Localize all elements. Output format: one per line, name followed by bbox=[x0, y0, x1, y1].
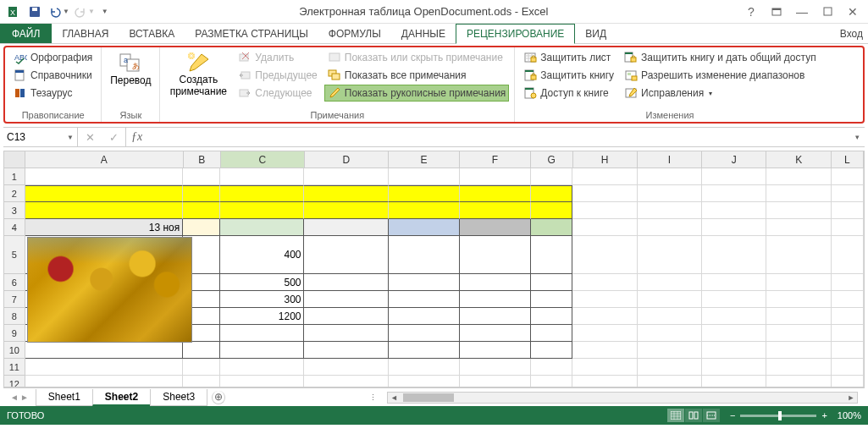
cell-H7[interactable] bbox=[572, 291, 637, 308]
cell-K1[interactable] bbox=[766, 168, 831, 185]
cell-D12[interactable] bbox=[304, 376, 388, 387]
spelling-button[interactable]: ABCОрфография bbox=[10, 49, 96, 66]
column-header-F[interactable]: F bbox=[460, 151, 531, 168]
cell-H12[interactable] bbox=[572, 376, 637, 387]
thesaurus-button[interactable]: Тезаурус bbox=[10, 85, 96, 102]
cell-C9[interactable] bbox=[220, 325, 304, 342]
cell-I9[interactable] bbox=[638, 325, 702, 342]
cell-I3[interactable] bbox=[638, 202, 702, 219]
cancel-edit-button[interactable]: ✕ bbox=[78, 131, 102, 144]
cell-E11[interactable] bbox=[389, 359, 460, 376]
redo-dropdown[interactable]: ▼ bbox=[88, 8, 95, 15]
cell-J8[interactable] bbox=[702, 308, 766, 325]
column-header-K[interactable]: K bbox=[766, 151, 831, 168]
cell-K2[interactable] bbox=[766, 185, 831, 202]
excel-icon[interactable]: X bbox=[5, 3, 24, 21]
cell-E3[interactable] bbox=[389, 202, 460, 219]
cell-J9[interactable] bbox=[702, 325, 766, 342]
cell-G10[interactable] bbox=[531, 342, 573, 359]
minimize-button[interactable]: — bbox=[790, 3, 814, 21]
tab-review[interactable]: РЕЦЕНЗИРОВАНИЕ bbox=[456, 24, 575, 44]
cell-F5[interactable] bbox=[460, 236, 531, 274]
show-all-comments-button[interactable]: Показать все примечания bbox=[324, 67, 510, 84]
cell-J6[interactable] bbox=[702, 274, 766, 291]
row-header-5[interactable]: 5 bbox=[4, 236, 25, 274]
cell-L10[interactable] bbox=[832, 342, 864, 359]
row-header-2[interactable]: 2 bbox=[4, 185, 25, 202]
cell-C12[interactable] bbox=[220, 376, 304, 387]
sheet-tab-sheet3[interactable]: Sheet3 bbox=[150, 389, 207, 406]
formula-input[interactable] bbox=[147, 128, 849, 146]
row-header-3[interactable]: 3 bbox=[4, 202, 25, 219]
ribbon-display-options[interactable] bbox=[765, 3, 788, 21]
cell-H8[interactable] bbox=[572, 308, 637, 325]
cell-K9[interactable] bbox=[766, 325, 831, 342]
cell-J2[interactable] bbox=[702, 185, 766, 202]
cell-H3[interactable] bbox=[572, 202, 637, 219]
cell-K5[interactable] bbox=[766, 236, 831, 274]
cell-J11[interactable] bbox=[702, 359, 766, 376]
sheet-nav-prev[interactable]: ◄ bbox=[10, 393, 19, 402]
row-header-1[interactable]: 1 bbox=[4, 168, 25, 185]
cell-A12[interactable] bbox=[25, 376, 184, 387]
zoom-level[interactable]: 100% bbox=[838, 410, 861, 420]
cell-J1[interactable] bbox=[702, 168, 766, 185]
cell-D7[interactable] bbox=[304, 291, 388, 308]
tab-view[interactable]: ВИД bbox=[575, 24, 616, 43]
cell-E9[interactable] bbox=[389, 325, 460, 342]
cell-L11[interactable] bbox=[832, 359, 864, 376]
cell-H4[interactable] bbox=[572, 219, 637, 236]
share-workbook-button[interactable]: Доступ к книге bbox=[520, 85, 617, 102]
allow-edit-ranges-button[interactable]: Разрешить изменение диапазонов bbox=[621, 67, 820, 84]
cell-G6[interactable] bbox=[531, 274, 573, 291]
cell-L7[interactable] bbox=[832, 291, 864, 308]
row-header-10[interactable]: 10 bbox=[4, 342, 25, 359]
cell-J10[interactable] bbox=[702, 342, 766, 359]
cell-I11[interactable] bbox=[638, 359, 702, 376]
tab-insert[interactable]: ВСТАВКА bbox=[119, 24, 185, 43]
cell-A1[interactable] bbox=[25, 168, 184, 185]
cell-K6[interactable] bbox=[766, 274, 831, 291]
horizontal-scrollbar[interactable]: ◄ ► bbox=[387, 392, 858, 404]
cell-L12[interactable] bbox=[832, 376, 864, 387]
cell-C1[interactable] bbox=[220, 168, 304, 185]
row-header-8[interactable]: 8 bbox=[4, 308, 25, 325]
hscroll-right[interactable]: ► bbox=[845, 393, 857, 402]
cell-L9[interactable] bbox=[832, 325, 864, 342]
cell-L4[interactable] bbox=[832, 219, 864, 236]
column-header-G[interactable]: G bbox=[531, 151, 573, 168]
formula-bar-expand[interactable]: ▾ bbox=[849, 128, 865, 146]
cell-K4[interactable] bbox=[766, 219, 831, 236]
column-header-I[interactable]: I bbox=[638, 151, 702, 168]
cell-E10[interactable] bbox=[389, 342, 460, 359]
tab-file[interactable]: ФАЙЛ bbox=[0, 24, 52, 43]
cell-F4[interactable] bbox=[460, 219, 531, 236]
track-changes-button[interactable]: Исправления▾ bbox=[621, 85, 820, 102]
cell-E2[interactable] bbox=[389, 185, 460, 202]
references-button[interactable]: Справочники bbox=[10, 67, 96, 84]
cell-C3[interactable] bbox=[220, 202, 304, 219]
cell-G11[interactable] bbox=[531, 359, 573, 376]
row-header-12[interactable]: 12 bbox=[4, 376, 25, 387]
cell-D6[interactable] bbox=[304, 274, 388, 291]
cell-C11[interactable] bbox=[220, 359, 304, 376]
cell-J5[interactable] bbox=[702, 236, 766, 274]
fx-button[interactable]: ƒx bbox=[126, 128, 147, 146]
cell-F10[interactable] bbox=[460, 342, 531, 359]
column-header-C[interactable]: C bbox=[221, 151, 305, 168]
cell-G1[interactable] bbox=[531, 168, 573, 185]
cell-K10[interactable] bbox=[766, 342, 831, 359]
cell-J3[interactable] bbox=[702, 202, 766, 219]
cell-G12[interactable] bbox=[531, 376, 573, 387]
maximize-button[interactable] bbox=[815, 3, 839, 21]
cell-A4[interactable]: 13 ноя bbox=[25, 219, 184, 236]
cell-B1[interactable] bbox=[183, 168, 220, 185]
sheets-scroll-divider[interactable]: ⋮ bbox=[366, 393, 380, 402]
row-header-7[interactable]: 7 bbox=[4, 291, 25, 308]
cell-C6[interactable]: 500 bbox=[220, 274, 304, 291]
cell-G5[interactable] bbox=[531, 236, 573, 274]
cell-D11[interactable] bbox=[304, 359, 388, 376]
cell-I4[interactable] bbox=[638, 219, 702, 236]
cell-F12[interactable] bbox=[460, 376, 531, 387]
cell-H11[interactable] bbox=[572, 359, 637, 376]
